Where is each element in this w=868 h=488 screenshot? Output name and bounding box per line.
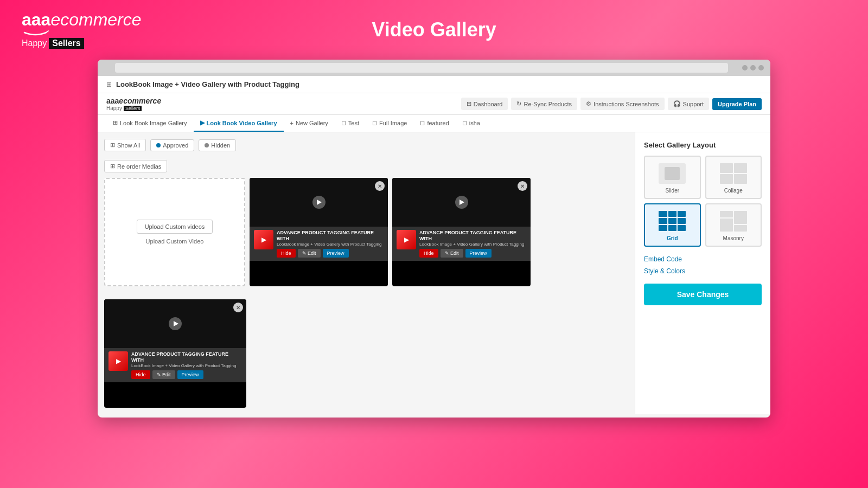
logo-text: aaaecommerce [22,11,142,28]
video-info-bar-1: ▶ ADVANCE PRODUCT TAGGING FEATURE WITH L… [250,227,388,261]
collage-cell-1 [720,163,733,173]
browser-dot-3 [758,65,764,70]
video-text-2: ADVANCE PRODUCT TAGGING FEATURE WITH Loo… [419,230,526,258]
video-thumbnail-3: ▶ [108,351,128,371]
masonry-cell-1 [720,211,733,217]
video-subtitle-1: LookBook Image + Video Gallery with Prod… [277,242,384,247]
video-preview-1 [250,178,388,227]
hidden-button[interactable]: Hidden [199,139,236,151]
grid-cell-8 [668,225,676,231]
tab-video-icon: ▶ [200,119,205,126]
video-preview-3 [104,299,246,348]
hide-video-2-button[interactable]: Hide [419,249,438,258]
browser-dot-1 [742,65,748,70]
collage-label: Collage [711,188,757,194]
style-colors-link[interactable]: Style & Colors [644,267,762,275]
video-info-bar-3: ▶ ADVANCE PRODUCT TAGGING FEATURE WITH L… [104,348,246,382]
tab-lookbook-image[interactable]: ⊞ Look Book Image Gallery [106,115,194,132]
video-actions-1: Hide ✎ Edit Preview [277,249,384,258]
tab-lookbook-video[interactable]: ▶ Look Book Video Gallery [194,115,284,132]
browser-controls [742,65,764,70]
play-button-1[interactable] [312,196,326,209]
tab-new-icon: + [290,120,293,126]
grid-cell-6 [678,218,686,224]
resync-icon: ↻ [516,100,521,107]
collage-icon-shape [720,163,747,184]
reorder-bar: ⊞ Re order Medias [104,160,628,172]
main-content: ⊞ Show All Approved Hidden ⊞ Re order Me… [98,132,770,414]
logo-smile-icon [22,28,49,36]
close-video-1-button[interactable]: ✕ [375,181,385,191]
masonry-col-2 [734,211,747,232]
approved-button[interactable]: Approved [150,139,194,151]
content-area: ⊞ Show All Approved Hidden ⊞ Re order Me… [98,132,635,414]
support-button[interactable]: 🎧 Support [668,98,710,110]
plugin-title-bar: ⊞ LookBook Image + Video Gallery with Pr… [98,76,770,93]
video-text-3: ADVANCE PRODUCT TAGGING FEATURE WITH Loo… [131,351,242,379]
resync-button[interactable]: ↻ Re-Sync Products [511,98,577,110]
preview-video-1-button[interactable]: Preview [323,249,349,258]
tab-test-icon: ◻ [341,119,346,126]
embed-code-link[interactable]: Embed Code [644,255,762,263]
logo-tagline: Happy Sellers [22,38,142,49]
tab-new-gallery[interactable]: + New Gallery [284,115,335,132]
show-all-button[interactable]: ⊞ Show All [104,139,146,151]
dashboard-button[interactable]: ⊞ Dashboard [461,98,508,110]
grid-cell-3 [678,211,686,217]
instructions-button[interactable]: ⚙ Instructions Screenshots [580,98,664,110]
collage-cell-3 [720,174,733,184]
video-preview-2 [392,178,531,227]
preview-video-3-button[interactable]: Preview [177,370,203,379]
tab-isha[interactable]: ◻ isha [456,115,487,132]
layout-grid[interactable]: Grid [644,203,701,247]
headset-icon: 🎧 [673,100,681,107]
masonry-layout-icon [717,209,750,233]
layout-slider[interactable]: Slider [644,156,701,199]
close-video-3-button[interactable]: ✕ [233,303,243,312]
edit-video-1-button[interactable]: ✎ Edit [298,249,321,258]
grid-cell-2 [668,211,676,217]
edit-video-3-button[interactable]: ✎ Edit [152,370,175,379]
layout-masonry[interactable]: Masonry [705,203,762,247]
hide-video-1-button[interactable]: Hide [277,249,296,258]
play-triangle-icon-2 [459,200,464,205]
browser-dot-2 [750,65,756,70]
hide-video-3-button[interactable]: Hide [131,370,150,379]
play-button-3[interactable] [169,317,182,330]
slider-layout-icon [656,161,688,185]
upload-video-button[interactable]: Upload Custom videos [137,220,213,234]
video-info-bar-2: ▶ ADVANCE PRODUCT TAGGING FEATURE WITH L… [392,227,531,261]
layout-collage[interactable]: Collage [705,156,762,199]
tab-full-icon: ◻ [372,119,377,126]
tab-featured[interactable]: ◻ featured [413,115,455,132]
brand-logo: aaaecommerce Happy Sellers [22,11,142,49]
hidden-dot-icon [205,143,209,147]
gallery-tabs: ⊞ Look Book Image Gallery ▶ Look Book Vi… [98,115,770,132]
tab-full-image[interactable]: ◻ Full Image [366,115,413,132]
grid-label: Grid [649,235,695,241]
plugin-icon: ⊞ [106,81,112,88]
upgrade-button[interactable]: Upgrade Plan [712,98,762,110]
video-thumb-icon-3: ▶ [116,357,121,365]
close-video-2-button[interactable]: ✕ [518,181,527,191]
edit-video-2-button[interactable]: ✎ Edit [441,249,463,258]
sidebar: Select Gallery Layout Slider [635,132,770,414]
gallery-layout-title: Select Gallery Layout [644,141,762,149]
video-grid-area: Upload Custom videos Upload Custom Video… [104,178,628,408]
save-changes-button[interactable]: Save Changes [644,284,762,305]
tab-featured-icon: ◻ [420,119,425,126]
video-title-2: ADVANCE PRODUCT TAGGING FEATURE WITH [419,230,526,242]
tab-test[interactable]: ◻ Test [335,115,366,132]
video-bottom-bar-2 [392,261,531,272]
dashboard-icon: ⊞ [467,100,471,107]
grid-icon-shape [659,211,686,232]
preview-video-2-button[interactable]: Preview [465,249,492,258]
video-title-1: ADVANCE PRODUCT TAGGING FEATURE WITH [277,230,384,242]
slider-icon-shape [659,163,686,184]
video-actions-2: Hide ✎ Edit Preview [419,249,526,258]
masonry-label: Masonry [711,235,757,241]
play-button-2[interactable] [455,196,468,209]
slider-icon-inner [665,167,680,180]
reorder-button[interactable]: ⊞ Re order Medias [104,160,167,172]
grid-cell-7 [659,225,667,231]
